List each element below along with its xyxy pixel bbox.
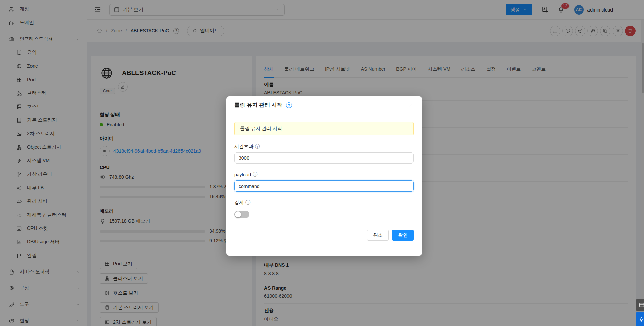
- timeout-input[interactable]: 3000: [234, 152, 414, 164]
- ok-button[interactable]: 확인: [392, 230, 414, 241]
- modal-footer: 취소 확인: [226, 218, 422, 256]
- gear-icon: [639, 317, 644, 323]
- info-icon[interactable]: ⓘ: [253, 172, 257, 178]
- payload-input[interactable]: command: [234, 180, 414, 192]
- close-icon: [408, 103, 414, 108]
- warning-alert: 롤링 유지 관리 시작: [234, 122, 414, 135]
- floating-settings-button[interactable]: [636, 312, 644, 326]
- modal-title: 롤링 유지 관리 시작: [234, 102, 282, 109]
- cancel-button[interactable]: 취소: [367, 230, 389, 241]
- modal-body: 롤링 유지 관리 시작 시간초과 ⓘ 3000 payload ⓘ comman…: [226, 114, 422, 218]
- force-label: 강제 ⓘ: [234, 200, 414, 206]
- info-icon[interactable]: ⓘ: [245, 200, 250, 206]
- close-button[interactable]: [408, 103, 414, 108]
- modal-header: 롤링 유지 관리 시작 ?: [226, 96, 422, 114]
- payload-label: payload ⓘ: [234, 172, 414, 178]
- floating-event-button[interactable]: [636, 299, 644, 311]
- rolling-maintenance-modal: 롤링 유지 관리 시작 ? 롤링 유지 관리 시작 시간초과 ⓘ 3000 pa…: [226, 96, 422, 256]
- info-icon[interactable]: ⓘ: [255, 144, 260, 150]
- timeout-label: 시간초과 ⓘ: [234, 144, 414, 150]
- help-icon[interactable]: ?: [286, 102, 292, 108]
- force-toggle[interactable]: [234, 211, 249, 218]
- calendar-icon: [639, 302, 644, 308]
